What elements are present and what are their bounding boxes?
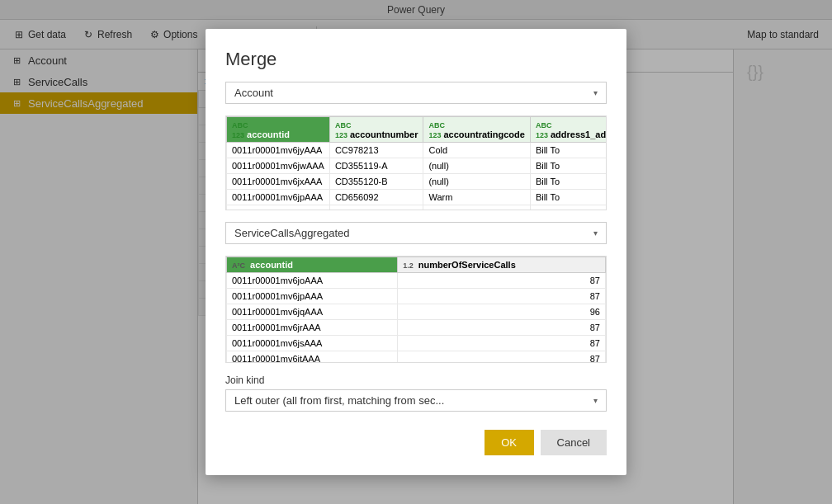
service-calls-count-cell: 96 (398, 304, 606, 320)
col-header-accountnumber[interactable]: ABC123accountnumber (329, 117, 423, 143)
join-kind-value: Left outer (all from first, matching fro… (234, 394, 444, 407)
bottom-table-dropdown[interactable]: ServiceCallsAggregated ▾ (225, 222, 607, 244)
bottom-col-type-accountid: A²C (232, 261, 245, 270)
bottom-col-type-numberOfServiceCalls: 1.2 (403, 261, 414, 270)
join-kind-section: Join kind Left outer (all from first, ma… (225, 374, 607, 412)
modal-backdrop: Merge Account ▾ ABC123accountidABC123acc… (0, 0, 832, 504)
top-dropdown-value: Account (234, 87, 273, 99)
bottom-table-row: 0011r00001mv6jpAAA 87 (227, 289, 606, 304)
accountid-cell: 0011r00001mv6jpAAA (227, 190, 330, 205)
accountnumber-cell: CC213425 (329, 205, 423, 211)
bottom-dropdown-value: ServiceCallsAggregated (234, 227, 349, 239)
cancel-button[interactable]: Cancel (541, 430, 607, 455)
bottom-accountid-cell: 0011r00001mv6joAAA (227, 273, 398, 289)
bottom-dropdown-arrow-icon: ▾ (593, 228, 598, 238)
service-calls-count-cell: 87 (398, 289, 606, 304)
accountid-cell: 0011r00001mv6jxAAA (227, 174, 330, 190)
accountratingcode-cell: (null) (423, 174, 530, 190)
top-dropdown-arrow-icon: ▾ (593, 88, 598, 97)
bottom-col-header-numberOfServiceCalls[interactable]: 1.2 numberOfServiceCalls (398, 257, 606, 273)
bottom-table-row: 0011r00001mv6jrAAA 87 (227, 320, 606, 336)
top-table-row: 0011r00001mv6jyAAA CC978213 Cold Bill To (227, 143, 607, 158)
bottom-accountid-cell: 0011r00001mv6jqAAA (227, 304, 398, 320)
bottom-col-header-accountid[interactable]: A²C accountid (227, 257, 398, 273)
join-kind-label: Join kind (225, 374, 607, 386)
accountid-cell: 0011r00001mv6jwAAA (227, 158, 330, 174)
top-table-row: 0011r00001mv6jqAAA CC213425 (null) Bill … (227, 205, 607, 211)
col-header-accountid[interactable]: ABC123accountid (227, 117, 330, 143)
top-table-row: 0011r00001mv6jxAAA CD355120-B (null) Bil… (227, 174, 607, 190)
ok-button[interactable]: OK (485, 430, 534, 455)
service-calls-count-cell: 87 (398, 336, 606, 351)
col-type-accountid: ABC123 (232, 121, 248, 139)
bottom-table-container: A²C accountid1.2 numberOfServiceCalls 00… (225, 256, 607, 363)
bottom-table-row: 0011r00001mv6jqAAA 96 (227, 304, 606, 320)
accountid-cell: 0011r00001mv6jyAAA (227, 143, 330, 158)
address1-cell: Bill To (530, 143, 607, 158)
address1-cell: Bill To (530, 158, 607, 174)
address1-cell: Bill To (530, 174, 607, 190)
top-table-row: 0011r00001mv6jpAAA CD656092 Warm Bill To (227, 190, 607, 205)
accountratingcode-cell: (null) (423, 158, 530, 174)
col-type-accountratingcode: ABC123 (428, 121, 445, 139)
bottom-table-row: 0011r00001mv6jtAAA 87 (227, 351, 606, 364)
top-table-container: ABC123accountidABC123accountnumberABC123… (225, 115, 607, 210)
col-header-address1_addr[interactable]: ABC123address1_addr (530, 117, 607, 143)
accountnumber-cell: CC978213 (329, 143, 423, 158)
col-type-accountnumber: ABC123 (335, 121, 352, 139)
address1-cell: Bill To (530, 205, 607, 211)
bottom-table-row: 0011r00001mv6joAAA 87 (227, 273, 606, 289)
service-calls-count-cell: 87 (398, 320, 606, 336)
accountratingcode-cell: Warm (423, 190, 530, 205)
accountid-cell: 0011r00001mv6jqAAA (227, 205, 330, 211)
address1-cell: Bill To (530, 190, 607, 205)
accountnumber-cell: CD355120-B (329, 174, 423, 190)
bottom-accountid-cell: 0011r00001mv6jsAAA (227, 336, 398, 351)
service-calls-count-cell: 87 (398, 273, 606, 289)
join-kind-dropdown[interactable]: Left outer (all from first, matching fro… (225, 389, 607, 412)
bottom-merge-table: A²C accountid1.2 numberOfServiceCalls 00… (226, 257, 606, 363)
bottom-accountid-cell: 0011r00001mv6jpAAA (227, 289, 398, 304)
top-merge-table: ABC123accountidABC123accountnumberABC123… (226, 116, 607, 210)
modal-title: Merge (225, 49, 607, 70)
bottom-accountid-cell: 0011r00001mv6jtAAA (227, 351, 398, 364)
join-kind-dropdown-arrow-icon: ▾ (593, 396, 598, 405)
bottom-accountid-cell: 0011r00001mv6jrAAA (227, 320, 398, 336)
bottom-table-row: 0011r00001mv6jsAAA 87 (227, 336, 606, 351)
accountratingcode-cell: Cold (423, 143, 530, 158)
accountnumber-cell: CD656092 (329, 190, 423, 205)
modal-buttons: OK Cancel (225, 430, 607, 455)
accountratingcode-cell: (null) (423, 205, 530, 211)
top-table-row: 0011r00001mv6jwAAA CD355119-A (null) Bil… (227, 158, 607, 174)
accountnumber-cell: CD355119-A (329, 158, 423, 174)
merge-modal: Merge Account ▾ ABC123accountidABC123acc… (206, 29, 626, 475)
service-calls-count-cell: 87 (398, 351, 606, 364)
col-header-accountratingcode[interactable]: ABC123accountratingcode (423, 117, 530, 143)
top-table-dropdown[interactable]: Account ▾ (225, 82, 607, 104)
col-type-address1_addr: ABC123 (536, 121, 552, 139)
